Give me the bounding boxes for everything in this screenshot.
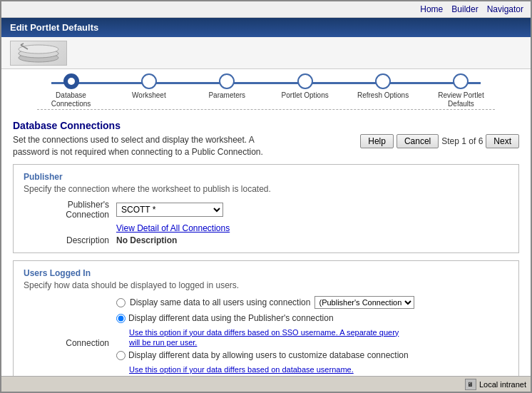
- steps-row: Database Connections Worksheet Parameter…: [37, 73, 495, 108]
- publisher-box: Publisher Specify the connection where t…: [13, 164, 519, 253]
- radio-diff-publisher[interactable]: [116, 314, 126, 323]
- radio-same-data[interactable]: [116, 298, 126, 307]
- step-review[interactable]: Review Portlet Defaults: [427, 73, 495, 108]
- users-connection-row: Connection Display same data to all user…: [24, 296, 508, 376]
- desc-row: Description No Description: [24, 235, 508, 245]
- computer-icon: 🖥: [465, 379, 476, 390]
- step-refresh-options[interactable]: Refresh Options: [349, 73, 417, 100]
- step-label-1: Database Connections: [37, 91, 105, 108]
- users-subtitle: Specify how data should be displayed to …: [24, 280, 508, 290]
- connection-label: Publisher's Connection: [24, 200, 116, 220]
- header-bar: Edit Portlet Defaults: [1, 18, 531, 37]
- publisher-subtitle: Specify the connection where the workshe…: [24, 184, 508, 194]
- radio-option-same-data: Display same data to all users using con…: [116, 296, 414, 309]
- step-parameters[interactable]: Parameters: [193, 73, 261, 100]
- step-label-5: Refresh Options: [357, 91, 409, 100]
- step-circle-2: [141, 73, 157, 89]
- next-button[interactable]: Next: [486, 134, 519, 148]
- help-button[interactable]: Help: [360, 134, 394, 148]
- description-row: Set the connections used to select and d…: [13, 134, 519, 158]
- step-database-connections[interactable]: Database Connections: [37, 73, 105, 108]
- radio-same-data-label[interactable]: Display same data to all users using con…: [130, 297, 310, 307]
- home-link[interactable]: Home: [420, 4, 443, 14]
- radio-diff-custom[interactable]: [116, 351, 126, 360]
- view-detail-link[interactable]: View Detail of All Connections: [116, 223, 230, 233]
- wizard-steps-area: Database Connections Worksheet Parameter…: [1, 69, 531, 114]
- step-circle-4: [297, 73, 313, 89]
- step-label-4: Portlet Options: [282, 91, 329, 100]
- top-navigation: Home Builder Navigator: [1, 1, 531, 18]
- step-portlet-options[interactable]: Portlet Options: [271, 73, 339, 100]
- svg-line-4: [21, 44, 24, 45]
- desc-label: Description: [24, 235, 116, 245]
- radio-option-publisher-connection: Display different data using the Publish…: [116, 313, 414, 323]
- step-circle-6: [453, 73, 469, 89]
- step-label-3: Parameters: [208, 91, 245, 100]
- publisher-title: Publisher: [24, 172, 508, 182]
- same-data-connection-select[interactable]: (Publisher's Connection): [314, 296, 414, 309]
- content-area: Database Connections Set the connections…: [1, 114, 531, 376]
- step-circle-1: [63, 73, 79, 89]
- view-link-row: View Detail of All Connections: [24, 223, 508, 233]
- radio-custom-hint: Use this option if your data differs bas…: [129, 364, 414, 374]
- users-connection-label: Connection: [24, 338, 116, 348]
- builder-link[interactable]: Builder: [451, 4, 478, 14]
- step-info: Step 1 of 6: [441, 136, 483, 146]
- radio-diff-custom-label[interactable]: Display different data by allowing users…: [128, 350, 409, 360]
- page-title: Edit Portlet Defaults: [10, 22, 98, 33]
- users-logged-in-box: Users Logged In Specify how data should …: [13, 260, 519, 376]
- radio-options-area: Display same data to all users using con…: [116, 296, 414, 376]
- statusbar-right: 🖥 Local intranet: [465, 379, 526, 390]
- step-label-2: Worksheet: [132, 91, 166, 100]
- logo-area: [1, 37, 531, 69]
- progress-steps: Database Connections Worksheet Parameter…: [37, 73, 495, 109]
- wizard-divider: [37, 109, 495, 110]
- statusbar-text: Local intranet: [479, 380, 526, 389]
- logo-image: [10, 41, 67, 66]
- step-worksheet[interactable]: Worksheet: [115, 73, 183, 100]
- main-window: Home Builder Navigator Edit Portlet Defa…: [0, 0, 532, 393]
- radio-publisher-hint: Use this option if your data differs bas…: [129, 327, 414, 348]
- statusbar: 🖥 Local intranet: [1, 376, 531, 392]
- step-circle-5: [375, 73, 391, 89]
- step-buttons: Help Cancel Step 1 of 6 Next: [360, 134, 519, 148]
- step-circle-3: [219, 73, 235, 89]
- radio-diff-publisher-label[interactable]: Display different data using the Publish…: [128, 313, 334, 323]
- publisher-connection-select[interactable]: SCOTT *: [116, 203, 223, 217]
- connection-form-row: Publisher's Connection SCOTT *: [24, 200, 508, 220]
- navigator-link[interactable]: Navigator: [487, 4, 523, 14]
- svg-point-2: [19, 45, 58, 53]
- section-title: Database Connections: [13, 120, 519, 131]
- cancel-button[interactable]: Cancel: [397, 134, 439, 148]
- description-text: Set the connections used to select and d…: [13, 134, 284, 158]
- radio-option-custom-connection: Display different data by allowing users…: [116, 350, 414, 360]
- desc-value: No Description: [116, 235, 177, 245]
- users-title: Users Logged In: [24, 268, 508, 278]
- step-label-6: Review Portlet Defaults: [427, 91, 495, 108]
